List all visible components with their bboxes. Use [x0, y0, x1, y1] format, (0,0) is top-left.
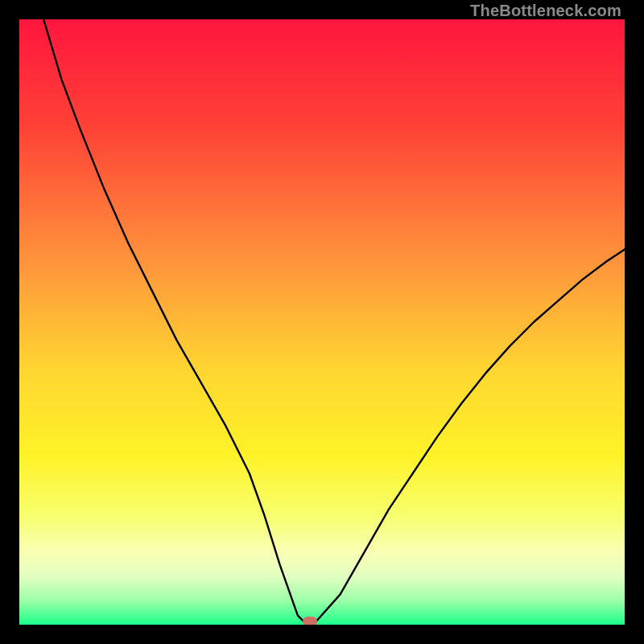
watermark-text: TheBottleneck.com [470, 2, 621, 20]
optimal-point-marker [303, 617, 317, 625]
plot-area [19, 19, 625, 625]
bottleneck-curve [19, 19, 625, 625]
chart-frame: TheBottleneck.com [0, 0, 644, 644]
